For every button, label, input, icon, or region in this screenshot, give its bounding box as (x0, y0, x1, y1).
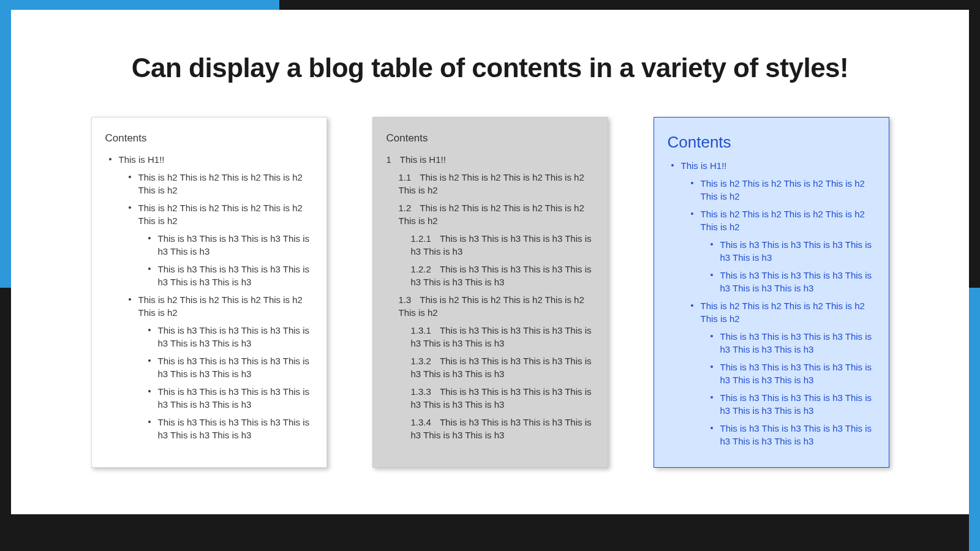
toc-item: This is h2 This is h2 This is h2 This is… (136, 171, 313, 197)
toc-list: This is H1!!This is h2 This is h2 This i… (668, 159, 875, 448)
toc-item: This is h3 This is h3 This is h3 This is… (718, 361, 875, 386)
toc-item: 1.3.1This is h3 This is h3 This is h3 Th… (386, 324, 594, 350)
toc-link[interactable]: This is h2 This is h2 This is h2 This is… (138, 203, 303, 226)
toc-number: 1 (386, 153, 391, 166)
toc-link[interactable]: This is h3 This is h3 This is h3 This is… (411, 356, 592, 379)
toc-item: 1.2.2This is h3 This is h3 This is h3 Th… (386, 263, 594, 288)
toc-link[interactable]: This is h3 This is h3 This is h3 This is… (158, 325, 310, 348)
toc-sublist: This is h2 This is h2 This is h2 This is… (119, 171, 313, 441)
toc-link[interactable]: This is h3 This is h3 This is h3 This is… (411, 325, 592, 348)
toc-bullet-blue: Contents This is H1!!This is h2 This is … (654, 117, 889, 468)
page-title: Can display a blog table of contents in … (11, 53, 969, 83)
accent-top-bar (0, 0, 279, 10)
toc-item: 1.3.3This is h3 This is h3 This is h3 Th… (386, 385, 594, 411)
toc-heading: Contents (386, 131, 594, 146)
toc-item: This is h3 This is h3 This is h3 This is… (718, 391, 875, 417)
toc-number: 1.2.1 (411, 232, 431, 245)
toc-item: 1.2.1This is h3 This is h3 This is h3 Th… (386, 232, 594, 258)
toc-item: 1.3.2This is h3 This is h3 This is h3 Th… (386, 354, 594, 380)
toc-list: This is H1!!This is h2 This is h2 This i… (105, 153, 313, 441)
toc-item: This is h3 This is h3 This is h3 This is… (156, 324, 313, 350)
toc-link[interactable]: This is h3 This is h3 This is h3 This is… (158, 417, 310, 440)
toc-item: 1.2This is h2 This is h2 This is h2 This… (386, 201, 594, 227)
toc-number: 1.3.3 (411, 385, 431, 398)
toc-sublist: This is h3 This is h3 This is h3 This is… (701, 330, 875, 448)
toc-link[interactable]: This is h3 This is h3 This is h3 This is… (158, 233, 310, 257)
toc-bullet-plain: Contents This is H1!!This is h2 This is … (91, 117, 327, 468)
accent-left-bar (0, 0, 11, 288)
toc-link[interactable]: This is h3 This is h3 This is h3 This is… (158, 386, 310, 410)
toc-sublist: This is h3 This is h3 This is h3 This is… (138, 232, 313, 288)
toc-item: This is h2 This is h2 This is h2 This is… (698, 208, 875, 294)
accent-right-bar (969, 288, 980, 551)
toc-number: 1.2.2 (411, 263, 431, 276)
toc-heading: Contents (105, 131, 313, 146)
toc-link[interactable]: This is h3 This is h3 This is h3 This is… (158, 356, 310, 379)
toc-item: This is h3 This is h3 This is h3 This is… (156, 232, 313, 258)
toc-link[interactable]: This is h3 This is h3 This is h3 This is… (411, 264, 592, 287)
toc-link[interactable]: This is h3 This is h3 This is h3 This is… (720, 423, 872, 446)
toc-item: This is h2 This is h2 This is h2 This is… (136, 293, 313, 441)
toc-item: This is h2 This is h2 This is h2 This is… (136, 201, 313, 288)
toc-link[interactable]: This is h3 This is h3 This is h3 This is… (411, 233, 592, 257)
toc-item: This is h3 This is h3 This is h3 This is… (718, 422, 875, 448)
toc-item: This is h3 This is h3 This is h3 This is… (718, 330, 875, 356)
toc-item: 1.3.4This is h3 This is h3 This is h3 Th… (386, 416, 594, 441)
toc-link[interactable]: This is h3 This is h3 This is h3 This is… (411, 386, 592, 410)
toc-link[interactable]: This is h2 This is h2 This is h2 This is… (701, 178, 865, 201)
toc-link[interactable]: This is h3 This is h3 This is h3 This is… (720, 362, 872, 385)
toc-link[interactable]: This is h3 This is h3 This is h3 This is… (720, 270, 872, 293)
toc-heading: Contents (668, 131, 875, 153)
toc-number: 1.2 (399, 201, 412, 214)
toc-link[interactable]: This is h3 This is h3 This is h3 This is… (720, 392, 872, 416)
toc-item: This is h3 This is h3 This is h3 This is… (156, 263, 313, 288)
toc-link[interactable]: This is h3 This is h3 This is h3 This is… (720, 331, 872, 354)
toc-link[interactable]: This is H1!! (681, 160, 727, 171)
toc-number: 1.3.4 (411, 416, 431, 429)
toc-link[interactable]: This is h2 This is h2 This is h2 This is… (399, 203, 584, 226)
toc-item: This is h2 This is h2 This is h2 This is… (698, 299, 875, 448)
toc-item: This is h3 This is h3 This is h3 This is… (156, 385, 313, 411)
toc-link[interactable]: This is h3 This is h3 This is h3 This is… (720, 239, 872, 263)
toc-item: 1.3This is h2 This is h2 This is h2 This… (386, 293, 594, 319)
toc-item: 1This is H1!! (386, 153, 594, 166)
toc-numbered-grey: Contents 1This is H1!!1.1This is h2 This… (372, 117, 608, 468)
toc-number: 1.3 (399, 293, 412, 306)
card-row: Contents This is H1!!This is h2 This is … (11, 117, 969, 468)
toc-link[interactable]: This is h2 This is h2 This is h2 This is… (138, 172, 303, 195)
toc-item: This is h3 This is h3 This is h3 This is… (718, 269, 875, 294)
toc-item: This is h3 This is h3 This is h3 This is… (156, 416, 313, 441)
toc-list: 1This is H1!!1.1This is h2 This is h2 Th… (386, 153, 594, 441)
toc-item: This is H1!!This is h2 This is h2 This i… (679, 159, 875, 448)
toc-item: This is H1!!This is h2 This is h2 This i… (116, 153, 313, 441)
toc-item: This is h2 This is h2 This is h2 This is… (698, 177, 875, 203)
slide-page: Can display a blog table of contents in … (11, 10, 969, 514)
toc-link[interactable]: This is h2 This is h2 This is h2 This is… (701, 209, 865, 232)
toc-item: 1.1This is h2 This is h2 This is h2 This… (386, 171, 594, 197)
toc-link[interactable]: This is H1!! (400, 154, 446, 165)
toc-link[interactable]: This is h3 This is h3 This is h3 This is… (411, 417, 592, 440)
toc-sublist: This is h3 This is h3 This is h3 This is… (138, 324, 313, 441)
toc-number: 1.3.2 (411, 354, 431, 367)
toc-item: This is h3 This is h3 This is h3 This is… (156, 354, 313, 380)
toc-number: 1.1 (399, 171, 412, 184)
toc-link[interactable]: This is h2 This is h2 This is h2 This is… (399, 172, 584, 195)
toc-link[interactable]: This is h2 This is h2 This is h2 This is… (399, 294, 584, 318)
toc-link[interactable]: This is H1!! (119, 154, 165, 165)
toc-item: This is h3 This is h3 This is h3 This is… (718, 238, 875, 264)
toc-link[interactable]: This is h2 This is h2 This is h2 This is… (138, 294, 303, 318)
toc-link[interactable]: This is h2 This is h2 This is h2 This is… (701, 301, 865, 324)
toc-link[interactable]: This is h3 This is h3 This is h3 This is… (158, 264, 310, 287)
toc-sublist: This is h3 This is h3 This is h3 This is… (701, 238, 875, 294)
toc-sublist: This is h2 This is h2 This is h2 This is… (681, 177, 875, 448)
toc-number: 1.3.1 (411, 324, 431, 337)
